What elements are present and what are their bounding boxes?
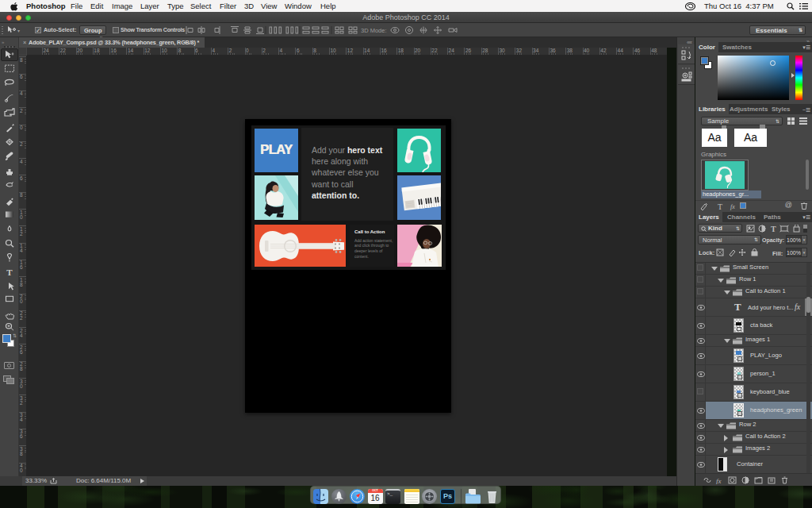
svg-text:T: T bbox=[718, 202, 722, 210]
svg-text:T: T bbox=[771, 225, 776, 233]
svg-text:fx: fx bbox=[730, 203, 735, 210]
svg-text:T: T bbox=[6, 268, 12, 276]
svg-text:fx: fx bbox=[716, 477, 722, 485]
